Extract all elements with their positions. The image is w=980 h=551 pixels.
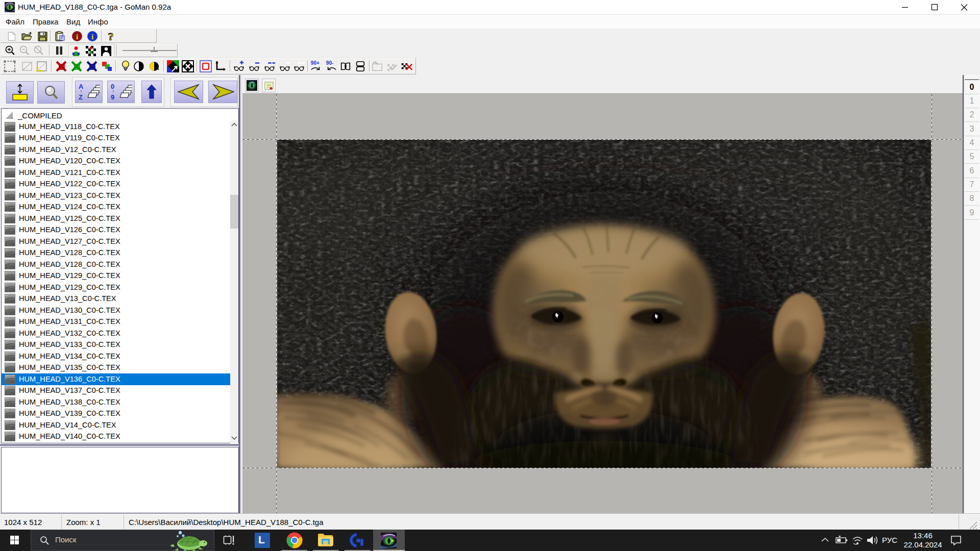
svg-text:A: A: [79, 83, 84, 90]
svg-text:0: 0: [111, 83, 114, 90]
svg-text:Z: Z: [79, 93, 83, 101]
svg-text:9: 9: [111, 93, 114, 101]
svg-text:90+: 90+: [311, 60, 320, 66]
svg-text:?: ?: [108, 31, 114, 42]
svg-text:90-: 90-: [326, 60, 334, 66]
svg-text:i: i: [91, 33, 93, 41]
svg-text:i: i: [76, 33, 78, 41]
